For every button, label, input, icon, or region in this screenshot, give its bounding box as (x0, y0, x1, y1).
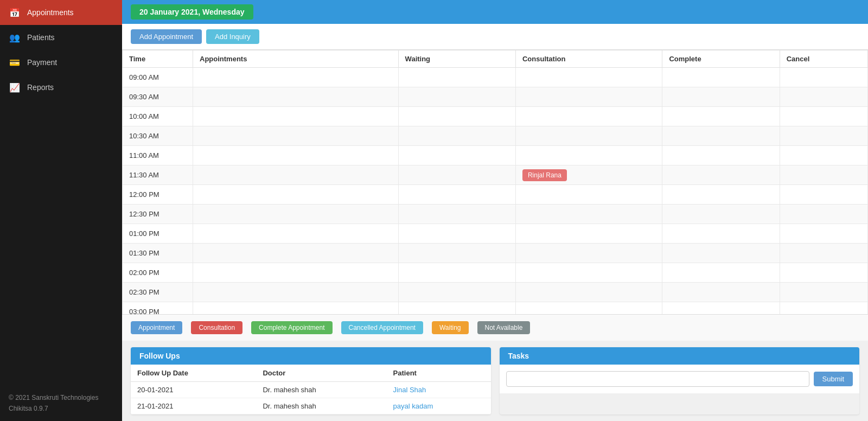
sidebar-item-reports[interactable]: 📈 Reports (0, 75, 122, 100)
waiting-cell (398, 283, 515, 302)
waiting-cell (398, 205, 515, 224)
cancel-cell (780, 263, 867, 283)
complete-cell (662, 146, 780, 165)
time-cell: 03:00 PM (123, 302, 193, 315)
payment-icon: 💳 (9, 56, 21, 68)
appointments-cell (193, 146, 399, 165)
legend-waiting-badge: Waiting (432, 321, 469, 334)
sidebar: 📅 Appointments 👥 Patients 💳 Payment 📈 Re… (0, 0, 122, 421)
schedule-table: Time Appointments Waiting Consultation C… (122, 50, 868, 314)
toolbar: Add Appointment Add Inquiry (122, 24, 868, 50)
time-cell: 01:00 PM (123, 224, 193, 244)
legend-consultation: Consultation (191, 321, 242, 334)
time-cell: 11:30 AM (123, 165, 193, 185)
followup-doctor-cell: Dr. mahesh shah (256, 382, 386, 398)
complete-cell (662, 107, 780, 126)
followups-table: Follow Up Date Doctor Patient 20-01-2021… (131, 365, 491, 414)
complete-cell (662, 302, 780, 315)
appointments-cell (193, 87, 399, 107)
consultation-cell: Rinjal Rana (515, 165, 662, 185)
patients-icon: 👥 (9, 31, 21, 43)
followups-header: Follow Ups (131, 347, 491, 365)
version-text: Chikitsa 0.9.7 (9, 405, 113, 412)
time-cell: 02:30 PM (123, 283, 193, 302)
followup-col-date: Follow Up Date (131, 365, 256, 382)
col-cancel: Cancel (780, 50, 867, 68)
tasks-submit-button[interactable]: Submit (814, 372, 853, 386)
waiting-cell (398, 224, 515, 244)
time-cell: 11:00 AM (123, 146, 193, 165)
header-bar: 20 January 2021, Wednesday (122, 0, 868, 24)
waiting-cell (398, 126, 515, 146)
cancel-cell (780, 302, 867, 315)
appointments-cell (193, 205, 399, 224)
cancel-cell (780, 185, 867, 205)
legend-complete-badge: Complete Appointment (251, 321, 332, 334)
followup-patient-cell[interactable]: payal kadam (387, 398, 491, 414)
sidebar-item-patients-label: Patients (27, 33, 55, 42)
consultation-cell (515, 107, 662, 126)
table-row: 03:00 PM (123, 302, 868, 315)
col-complete: Complete (662, 50, 780, 68)
complete-cell (662, 244, 780, 263)
cancel-cell (780, 146, 867, 165)
sidebar-item-patients[interactable]: 👥 Patients (0, 25, 122, 50)
table-row: 09:30 AM (123, 87, 868, 107)
complete-cell (662, 185, 780, 205)
schedule-container: Time Appointments Waiting Consultation C… (122, 50, 868, 314)
consultation-cell (515, 87, 662, 107)
followup-row: 21-01-2021Dr. mahesh shahpayal kadam (131, 398, 491, 414)
table-row: 02:00 PM (123, 263, 868, 283)
complete-cell (662, 263, 780, 283)
cancel-cell (780, 244, 867, 263)
followup-col-patient: Patient (387, 365, 491, 382)
legend-cancelled: Cancelled Appointment (341, 321, 423, 334)
col-appointments: Appointments (193, 50, 399, 68)
appointments-cell (193, 244, 399, 263)
date-badge: 20 January 2021, Wednesday (131, 4, 253, 20)
appointments-cell (193, 107, 399, 126)
cancel-cell (780, 68, 867, 87)
complete-cell (662, 126, 780, 146)
add-inquiry-button[interactable]: Add Inquiry (206, 29, 259, 44)
table-row: 09:00 AM (123, 68, 868, 87)
legend-waiting: Waiting (432, 321, 469, 334)
consultation-cell (515, 185, 662, 205)
time-cell: 09:00 AM (123, 68, 193, 87)
table-row: 11:00 AM (123, 146, 868, 165)
table-row: 02:30 PM (123, 283, 868, 302)
bottom-panels: Follow Ups Follow Up Date Doctor Patient… (122, 341, 868, 421)
consultation-cell (515, 224, 662, 244)
sidebar-item-appointments[interactable]: 📅 Appointments (0, 0, 122, 25)
waiting-cell (398, 87, 515, 107)
tasks-input[interactable] (506, 371, 809, 387)
time-cell: 09:30 AM (123, 87, 193, 107)
consultation-cell (515, 263, 662, 283)
appointments-icon: 📅 (9, 7, 21, 18)
cancel-cell (780, 126, 867, 146)
tasks-input-row: Submit (500, 365, 860, 393)
legend-notavailable-badge: Not Available (477, 321, 531, 334)
table-row: 12:30 PM (123, 205, 868, 224)
legend-appointment: Appointment (131, 321, 182, 334)
time-cell: 12:00 PM (123, 185, 193, 205)
main-content: 20 January 2021, Wednesday Add Appointme… (122, 0, 868, 421)
appointments-cell (193, 185, 399, 205)
legend-notavail: Not Available (477, 321, 531, 334)
patient-badge[interactable]: Rinjal Rana (522, 169, 567, 181)
waiting-cell (398, 263, 515, 283)
time-cell: 12:30 PM (123, 205, 193, 224)
table-row: 01:00 PM (123, 224, 868, 244)
add-appointment-button[interactable]: Add Appointment (131, 29, 202, 44)
complete-cell (662, 68, 780, 87)
reports-icon: 📈 (9, 81, 21, 93)
sidebar-item-payment[interactable]: 💳 Payment (0, 50, 122, 75)
cancel-cell (780, 165, 867, 185)
table-row: 01:30 PM (123, 244, 868, 263)
complete-cell (662, 165, 780, 185)
sidebar-item-payment-label: Payment (27, 58, 57, 67)
followup-patient-cell[interactable]: Jinal Shah (387, 382, 491, 398)
cancel-cell (780, 283, 867, 302)
legend: Appointment Consultation Complete Appoin… (122, 314, 868, 341)
appointments-cell (193, 283, 399, 302)
